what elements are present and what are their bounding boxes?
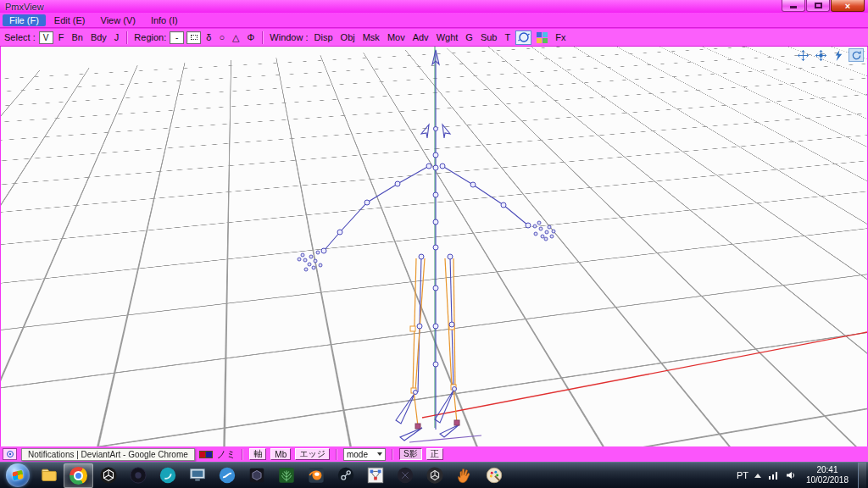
window-sub-button[interactable]: Sub [478, 32, 500, 42]
maximize-button[interactable] [806, 0, 830, 12]
move-view-button[interactable] [795, 48, 810, 62]
pan-view-button[interactable] [813, 48, 828, 62]
window-disp-button[interactable]: Disp [312, 32, 336, 42]
taskbar-item-paint-sai[interactable] [479, 463, 509, 488]
dark-media-icon [129, 466, 147, 485]
taskbar-item-fern-app[interactable] [271, 463, 301, 488]
paint-palette-icon [485, 466, 504, 485]
select-face-button[interactable]: F [56, 32, 67, 42]
move-view-icon [797, 49, 810, 62]
model-skeleton[interactable] [1, 47, 867, 446]
language-indicator[interactable]: PT [737, 470, 748, 480]
snap-view-button[interactable] [831, 48, 846, 62]
window-adv-button[interactable]: Adv [410, 32, 431, 42]
region-rect-button[interactable] [186, 31, 201, 44]
shadow-toggle-button[interactable]: S影 [399, 448, 422, 460]
gizmo-toggle-button[interactable] [515, 30, 531, 45]
region-triangle-button[interactable]: △ [230, 32, 242, 43]
color-grid-button[interactable] [534, 30, 550, 45]
select-label: Select : [3, 32, 36, 42]
close-button[interactable]: × [831, 0, 865, 12]
mmd-swirl-icon [218, 466, 236, 485]
taskbar-item-cube-app[interactable] [242, 463, 271, 488]
window-obj-button[interactable]: Obj [338, 32, 358, 42]
footer-bar: Notifications | DeviantArt - Google Chro… [0, 446, 868, 462]
select-vertex-button[interactable]: V [39, 31, 53, 44]
footer-tool-button[interactable] [3, 448, 17, 460]
viewport-3d[interactable] [1, 47, 867, 446]
pmx-editor-icon [366, 466, 385, 485]
menu-file[interactable]: File (F) [3, 14, 46, 26]
volume-icon[interactable] [785, 469, 797, 481]
select-bone-button[interactable]: Bn [69, 32, 85, 42]
axis-toggle-button[interactable]: 軸 [249, 448, 266, 460]
taskbar-item-blender[interactable] [301, 463, 331, 488]
region-phi-button[interactable]: Φ [245, 32, 258, 42]
left-hand-joints [298, 251, 322, 271]
taskbar-item-monitor-app[interactable] [182, 463, 212, 488]
region-dash-button[interactable]: - [170, 31, 184, 44]
tray-expand-icon[interactable] [754, 474, 761, 478]
taskbar-item-dark-app[interactable] [390, 463, 420, 488]
show-desktop-button[interactable] [858, 463, 866, 488]
windows-flag-icon [12, 470, 23, 481]
chevron-down-icon [377, 452, 382, 456]
minimize-button[interactable] [782, 0, 805, 12]
menu-info[interactable]: Info (I) [144, 14, 185, 26]
region-delta-button[interactable]: δ [203, 32, 214, 42]
menu-edit[interactable]: Edit (E) [47, 14, 92, 26]
toolbar-separator [262, 31, 264, 44]
tray-time: 20:41 [806, 465, 849, 475]
region-label: Region: [133, 32, 167, 42]
taskbar-item-unity-hub[interactable] [420, 463, 449, 488]
taskbar-item-unity[interactable] [93, 463, 123, 488]
taskbar-item-teal-app[interactable] [153, 463, 182, 488]
rect-select-icon [191, 35, 198, 40]
window-label: Window : [269, 32, 309, 42]
mb-toggle-button[interactable]: Mb [270, 448, 291, 460]
bone-lines [324, 50, 528, 441]
menu-view[interactable]: View (V) [94, 14, 142, 26]
window-t-button[interactable]: T [502, 32, 513, 42]
fx-button[interactable]: Fx [553, 32, 568, 42]
taskbar-item-mmd[interactable] [212, 463, 242, 488]
toolbar-separator [126, 31, 128, 44]
select-joint-button[interactable]: J [112, 32, 122, 42]
unity-icon [99, 466, 118, 485]
windows-taskbar: PT 20:41 10/02/2018 [0, 462, 868, 488]
window-title: PmxView [5, 2, 44, 12]
color-swatch[interactable] [199, 451, 213, 458]
menu-bar: File (F) Edit (E) View (V) Info (I) [0, 13, 868, 28]
maximize-icon [815, 3, 822, 8]
fern-icon [277, 466, 296, 485]
rotate-view-button[interactable] [849, 48, 864, 62]
footer-separator [392, 449, 393, 460]
window-g-button[interactable]: G [463, 32, 476, 42]
steam-icon [337, 466, 355, 485]
region-circle-button[interactable]: ○ [216, 32, 227, 42]
footer-separator [336, 449, 337, 460]
taskbar-item-hand-tool[interactable] [449, 463, 479, 488]
title-bar: PmxView × [0, 0, 868, 13]
sei-toggle-button[interactable]: 正 [426, 448, 443, 460]
taskbar-item-pmx-editor[interactable] [360, 463, 390, 488]
target-icon [6, 450, 14, 458]
edge-toggle-button[interactable]: エッジ [295, 448, 330, 460]
color-grid-icon [537, 32, 548, 43]
explorer-icon [40, 466, 58, 485]
minimize-icon [790, 6, 797, 8]
network-icon[interactable] [767, 469, 779, 481]
window-msk-button[interactable]: Msk [360, 32, 382, 42]
window-wght-button[interactable]: Wght [434, 32, 461, 42]
taskbar-item-chrome[interactable] [64, 463, 93, 488]
select-body-button[interactable]: Bdy [88, 32, 109, 42]
taskbar-item-explorer[interactable] [34, 463, 64, 488]
taskbar-item-steam[interactable] [331, 463, 360, 488]
tray-clock[interactable]: 20:41 10/02/2018 [803, 465, 852, 485]
mode-dropdown-value: mode [347, 450, 368, 459]
start-button[interactable] [6, 463, 30, 487]
viewport-nav-icons [795, 48, 864, 62]
taskbar-item-dark-media[interactable] [123, 463, 153, 488]
window-mov-button[interactable]: Mov [385, 32, 408, 42]
mode-dropdown[interactable]: mode [343, 448, 386, 461]
